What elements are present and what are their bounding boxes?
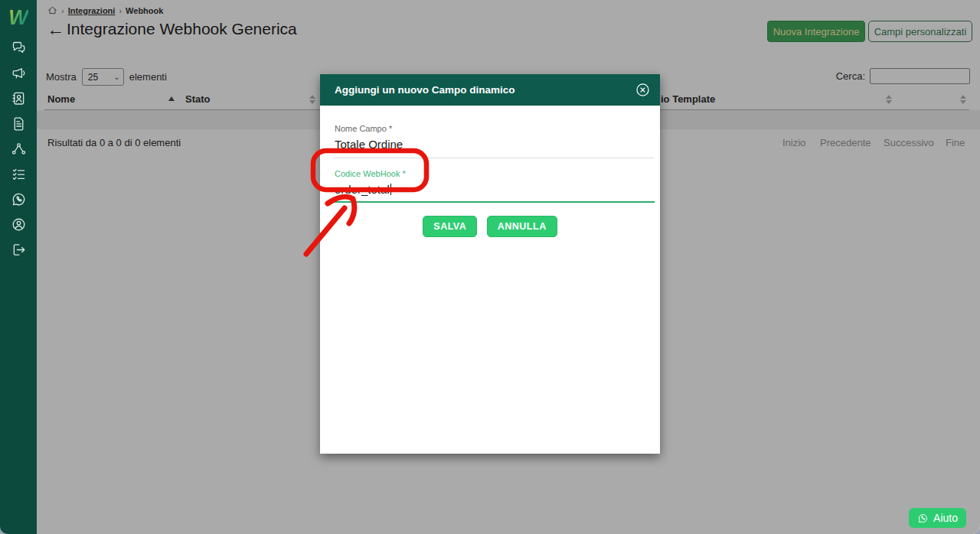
logo-letter: W <box>8 8 28 28</box>
sidebar-item-documents[interactable] <box>0 111 37 136</box>
contacts-icon <box>11 90 27 106</box>
salva-button[interactable]: SALVA <box>423 216 477 237</box>
whatsapp-icon <box>11 191 27 207</box>
modal-title: Aggiungi un nuovo Campo dinamico <box>335 84 515 96</box>
sidebar-item-account[interactable] <box>0 212 37 237</box>
close-button[interactable] <box>635 82 651 98</box>
integrations-icon <box>11 141 27 157</box>
add-dynamic-field-modal: Aggiungi un nuovo Campo dinamico Nome Ca… <box>320 74 660 454</box>
codice-webhook-label: Codice WebHook * <box>335 169 655 178</box>
megaphone-icon <box>11 65 27 81</box>
app-logo[interactable]: W <box>0 0 37 35</box>
account-icon <box>11 217 27 233</box>
nome-campo-label: Nome Campo * <box>335 124 654 133</box>
sidebar-item-campaigns[interactable] <box>0 60 37 86</box>
app-window: W <box>0 0 980 534</box>
nome-campo-input[interactable]: Totale Ordine <box>335 138 654 151</box>
checklist-icon <box>11 166 27 182</box>
help-button-label: Aiuto <box>933 512 958 524</box>
sidebar-nav <box>0 35 37 262</box>
document-icon <box>11 116 27 132</box>
sidebar-item-contacts[interactable] <box>0 86 37 111</box>
logout-icon <box>11 242 27 258</box>
sidebar-item-integrations[interactable] <box>0 136 37 161</box>
codice-webhook-field[interactable]: Codice WebHook * order_total <box>328 158 655 203</box>
sidebar-item-chat[interactable] <box>0 35 37 60</box>
text-cursor <box>390 184 392 195</box>
annulla-button[interactable]: ANNULLA <box>487 216 557 237</box>
sidebar-item-checklist[interactable] <box>0 161 37 187</box>
sidebar: W <box>0 0 37 534</box>
sidebar-item-logout[interactable] <box>0 237 37 262</box>
whatsapp-icon <box>917 513 929 524</box>
aiuto-help-button[interactable]: Aiuto <box>909 508 966 528</box>
close-icon <box>635 82 651 98</box>
modal-header: Aggiungi un nuovo Campo dinamico <box>320 74 660 106</box>
sidebar-item-whatsapp[interactable] <box>0 187 37 212</box>
codice-webhook-input[interactable]: order_total <box>335 183 655 196</box>
chat-icon <box>11 40 27 56</box>
nome-campo-field[interactable]: Nome Campo * Totale Ordine <box>335 124 654 158</box>
modal-button-row: SALVA ANNULLA <box>320 216 660 237</box>
